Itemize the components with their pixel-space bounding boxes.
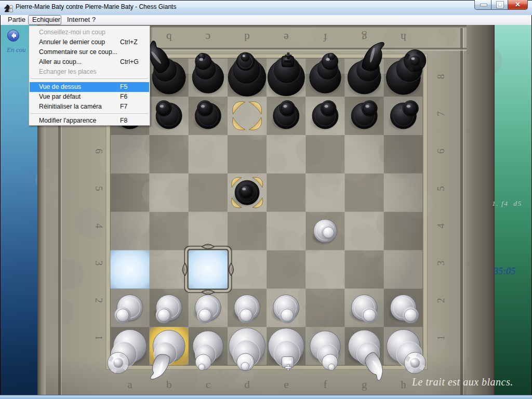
svg-text:d: d <box>244 378 250 391</box>
svg-text:e: e <box>284 31 288 44</box>
svg-text:6: 6 <box>435 149 446 154</box>
svg-text:3: 3 <box>94 261 104 266</box>
svg-text:c: c <box>206 31 210 44</box>
svg-text:2: 2 <box>94 298 104 303</box>
svg-text:7: 7 <box>435 112 446 117</box>
svg-text:f: f <box>324 378 327 391</box>
svg-text:4: 4 <box>94 223 104 229</box>
svg-text:c: c <box>206 378 210 391</box>
svg-text:3: 3 <box>435 261 446 266</box>
svg-text:b: b <box>166 378 172 391</box>
svg-text:g: g <box>362 378 367 391</box>
svg-text:1: 1 <box>435 335 446 340</box>
svg-text:5: 5 <box>94 186 104 191</box>
svg-text:5: 5 <box>435 186 446 191</box>
svg-text:h: h <box>401 31 406 44</box>
svg-text:b: b <box>166 31 172 44</box>
svg-text:h: h <box>401 378 406 391</box>
svg-text:d: d <box>244 31 250 44</box>
svg-text:g: g <box>361 31 367 44</box>
svg-text:a: a <box>127 378 132 391</box>
svg-text:2: 2 <box>435 298 446 303</box>
svg-text:6: 6 <box>94 149 104 154</box>
svg-text:4: 4 <box>435 223 446 228</box>
svg-text:e: e <box>284 378 288 391</box>
svg-text:1: 1 <box>94 335 104 340</box>
svg-text:8: 8 <box>435 74 446 79</box>
svg-text:f: f <box>324 31 327 44</box>
